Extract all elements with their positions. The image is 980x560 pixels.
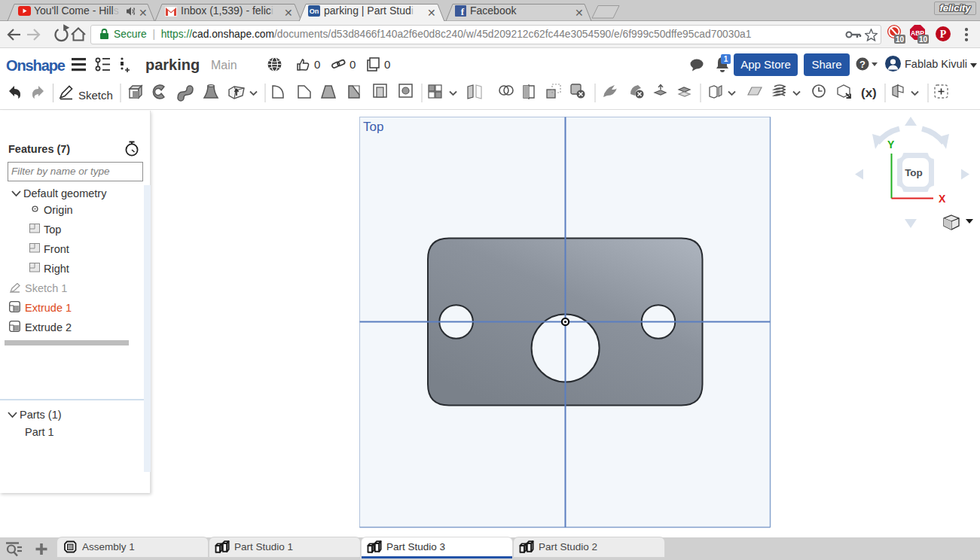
svg-text:Y: Y [887,138,895,151]
svg-text:f: f [461,6,465,17]
svg-text:Top: Top [905,167,923,178]
svg-text:On: On [310,8,319,15]
svg-text:X: X [939,193,946,205]
svg-text:P: P [940,29,947,40]
svg-text:1: 1 [724,55,728,63]
svg-text:(x): (x) [861,86,877,100]
svg-text:Top: Top [363,120,383,134]
svg-text:10: 10 [896,35,905,44]
svg-text:?: ? [859,59,866,70]
svg-text:10: 10 [919,35,928,44]
